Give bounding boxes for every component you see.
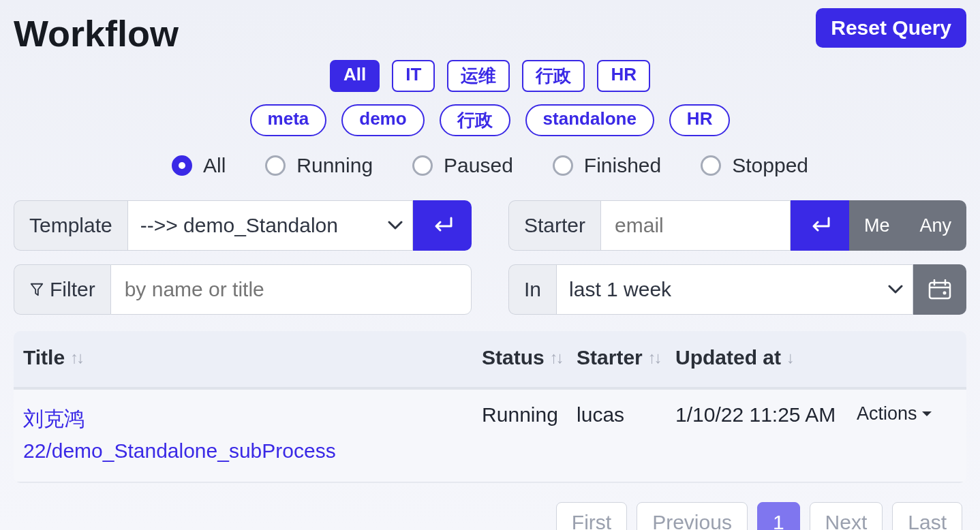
tag-meta[interactable]: meta: [250, 104, 327, 136]
timerange-select[interactable]: last 1 week: [556, 264, 913, 315]
radio-icon: [701, 155, 721, 176]
template-select[interactable]: -->> demo_Standalon: [127, 200, 413, 251]
category-it[interactable]: IT: [392, 60, 435, 92]
timerange-group: In last 1 week: [508, 264, 966, 315]
starter-any-button[interactable]: Any: [904, 200, 966, 251]
status-all[interactable]: All: [172, 154, 226, 177]
row-status: Running: [482, 403, 577, 426]
row-title-link[interactable]: 刘克鸿 22/demo_Standalone_subProcess: [23, 403, 482, 467]
svg-point-4: [943, 292, 947, 295]
col-actions: [857, 346, 957, 369]
table-row: 刘克鸿 22/demo_Standalone_subProcess Runnin…: [14, 390, 966, 483]
enter-icon: [431, 217, 454, 234]
category-ops[interactable]: 运维: [447, 60, 510, 92]
status-running[interactable]: Running: [265, 154, 373, 177]
page-first[interactable]: First: [556, 502, 627, 530]
page-current[interactable]: 1: [757, 502, 800, 530]
filter-input-wrap: [110, 264, 472, 315]
col-title-label: Title: [23, 346, 65, 369]
tag-standalone[interactable]: standalone: [525, 104, 654, 136]
category-filter: All IT 运维 行政 HR: [14, 60, 966, 92]
sort-down-icon: ↓: [786, 348, 793, 367]
caret-down-icon: [921, 411, 932, 418]
row-title-line1: 刘克鸿: [23, 403, 482, 435]
col-starter[interactable]: Starter ↑↓: [577, 346, 675, 369]
svg-rect-0: [930, 283, 950, 298]
radio-icon: [265, 155, 286, 176]
starter-group: Starter Me Any: [508, 200, 966, 251]
filter-input[interactable]: [123, 277, 459, 302]
template-submit-button[interactable]: [413, 200, 472, 251]
col-starter-label: Starter: [577, 346, 643, 369]
starter-label: Starter: [508, 200, 600, 251]
sort-icon: ↑↓: [648, 348, 660, 367]
row-starter: lucas: [577, 403, 675, 426]
calendar-icon: [928, 279, 951, 300]
page-last[interactable]: Last: [892, 502, 962, 530]
filter-label: Filter: [14, 264, 110, 315]
starter-me-button[interactable]: Me: [849, 200, 905, 251]
sort-icon: ↑↓: [550, 348, 562, 367]
template-value: -->> demo_Standalon: [140, 214, 338, 237]
tag-admin[interactable]: 行政: [440, 104, 510, 136]
row-title-line2: 22/demo_Standalone_subProcess: [23, 435, 482, 467]
row-updated: 1/10/22 11:25 AM: [675, 403, 857, 426]
filter-group: Filter: [14, 264, 472, 315]
col-title[interactable]: Title ↑↓: [23, 346, 482, 369]
enter-icon: [808, 217, 831, 234]
filter-label-text: Filter: [50, 278, 95, 301]
template-label: Template: [14, 200, 127, 251]
sort-icon: ↑↓: [70, 348, 82, 367]
actions-label: Actions: [857, 403, 917, 424]
col-updated-label: Updated at: [675, 346, 781, 369]
status-finished[interactable]: Finished: [553, 154, 661, 177]
template-group: Template -->> demo_Standalon: [14, 200, 472, 251]
status-label: Finished: [584, 154, 661, 177]
radio-icon: [172, 155, 192, 176]
col-status-label: Status: [482, 346, 545, 369]
category-hr[interactable]: HR: [597, 60, 650, 92]
page-previous[interactable]: Previous: [637, 502, 748, 530]
category-admin[interactable]: 行政: [522, 60, 585, 92]
page-next[interactable]: Next: [810, 502, 883, 530]
tag-demo[interactable]: demo: [341, 104, 424, 136]
starter-input[interactable]: [613, 213, 778, 238]
status-label: Running: [296, 154, 373, 177]
status-label: All: [203, 154, 226, 177]
timerange-value: last 1 week: [569, 278, 671, 301]
timerange-label: In: [508, 264, 556, 315]
table-header: Title ↑↓ Status ↑↓ Starter ↑↓ Updated at…: [14, 331, 966, 390]
col-updated[interactable]: Updated at ↓: [675, 346, 857, 369]
radio-icon: [553, 155, 573, 176]
results-table: Title ↑↓ Status ↑↓ Starter ↑↓ Updated at…: [14, 331, 966, 483]
funnel-icon: [29, 282, 44, 297]
page-title: Workflow: [14, 12, 179, 54]
status-paused[interactable]: Paused: [412, 154, 513, 177]
chevron-down-icon: [388, 221, 403, 230]
tag-hr[interactable]: HR: [669, 104, 731, 136]
category-all[interactable]: All: [330, 60, 380, 92]
status-stopped[interactable]: Stopped: [701, 154, 808, 177]
date-picker-button[interactable]: [913, 264, 966, 315]
pagination: First Previous 1 Next Last: [14, 502, 966, 530]
chevron-down-icon: [888, 285, 903, 294]
status-label: Paused: [444, 154, 513, 177]
row-actions-button[interactable]: Actions: [857, 403, 957, 424]
col-status[interactable]: Status ↑↓: [482, 346, 577, 369]
starter-submit-button[interactable]: [791, 200, 849, 251]
status-label: Stopped: [732, 154, 808, 177]
tag-filter: meta demo 行政 standalone HR: [14, 104, 966, 136]
status-filter: All Running Paused Finished Stopped: [14, 154, 966, 177]
starter-input-wrap: [600, 200, 791, 251]
reset-query-button[interactable]: Reset Query: [816, 8, 966, 48]
radio-icon: [412, 155, 433, 176]
